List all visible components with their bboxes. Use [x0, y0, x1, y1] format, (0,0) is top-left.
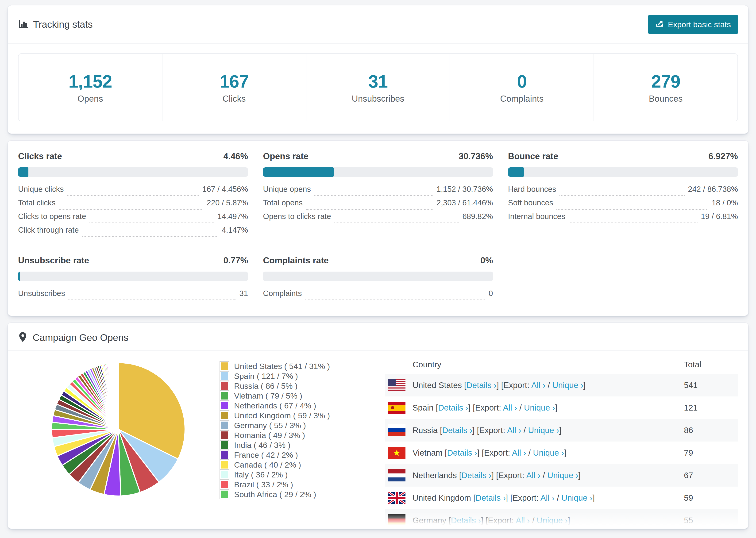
rate-value: 0.77% — [223, 256, 248, 265]
legend-item-india[interactable]: India ( 46 / 3% ) — [220, 440, 354, 450]
legend-item-south-africa[interactable]: South Africa ( 29 / 2% ) — [220, 489, 354, 499]
export-all-link-de[interactable]: All › — [516, 516, 530, 525]
rate-row: Opens to clicks rate689.82% — [263, 212, 493, 226]
page: Tracking stats Export basic stats 1,152O… — [0, 0, 756, 529]
legend-item-russia[interactable]: Russia ( 86 / 5% ) — [220, 381, 354, 391]
legend-label: Netherlands ( 67 / 4% ) — [234, 401, 316, 410]
dotted-leader — [89, 223, 214, 223]
export-all-link-gb[interactable]: All › — [540, 493, 555, 502]
rate-row-label: Unsubscribes — [18, 289, 65, 298]
legend-swatch — [220, 411, 229, 420]
rate-progress-fill — [263, 167, 334, 177]
geo-row-us: United States [Details ›] [Export: All ›… — [385, 374, 738, 397]
legend-item-united-states[interactable]: United States ( 541 / 31% ) — [220, 361, 354, 371]
total-cell: 121 — [684, 403, 738, 412]
geo-legend: United States ( 541 / 31% )Spain ( 121 /… — [220, 361, 354, 499]
country-cell-text: United Kingdom [Details ›] [Export: All … — [412, 493, 595, 503]
rate-row-value: 689.82% — [462, 212, 493, 221]
details-link-gb[interactable]: Details › — [475, 493, 506, 502]
rate-row-label: Unique opens — [263, 185, 311, 194]
country-cell: Russia [Details ›] [Export: All › / Uniq… — [385, 424, 684, 436]
stat-value: 0 — [517, 71, 527, 91]
legend-item-spain[interactable]: Spain ( 121 / 7% ) — [220, 371, 354, 381]
legend-item-netherlands[interactable]: Netherlands ( 67 / 4% ) — [220, 401, 354, 410]
legend-label: France ( 42 / 2% ) — [234, 451, 298, 459]
details-link-ru[interactable]: Details › — [442, 426, 472, 435]
rate-row-label: Opens to clicks rate — [263, 212, 331, 221]
details-link-vn[interactable]: Details › — [447, 448, 477, 457]
export-all-link-nl[interactable]: All › — [526, 471, 540, 480]
pie-slice-other — [118, 363, 118, 429]
rate-row-value: 18 / 0% — [712, 198, 738, 207]
total-cell: 79 — [684, 448, 738, 457]
legend-item-united-kingdom[interactable]: United Kingdom ( 59 / 3% ) — [220, 410, 354, 420]
legend-swatch — [220, 441, 229, 450]
details-link-de[interactable]: Details › — [451, 516, 481, 525]
stat-unsubscribes: 31Unsubscribes — [306, 54, 450, 121]
export-unique-link-de[interactable]: Unique › — [537, 516, 568, 525]
geo-pie-chart — [47, 354, 190, 506]
geo-table-body: United States [Details ›] [Export: All ›… — [385, 374, 738, 529]
details-link-us[interactable]: Details › — [466, 381, 497, 390]
rate-row-label: Soft bounces — [508, 198, 553, 207]
legend-swatch — [220, 480, 229, 489]
export-unique-link-us[interactable]: Unique › — [552, 381, 583, 390]
map-pin-icon — [18, 332, 27, 344]
legend-swatch — [220, 391, 229, 400]
export-unique-link-es[interactable]: Unique › — [524, 403, 555, 412]
rate-progress-bar — [263, 167, 493, 177]
legend-item-germany[interactable]: Germany ( 55 / 3% ) — [220, 420, 354, 430]
flag-vn-icon — [388, 447, 405, 459]
legend-item-italy[interactable]: Italy ( 36 / 2% ) — [220, 470, 354, 480]
rate-progress-bar — [18, 167, 248, 177]
legend-label: Vietnam ( 79 / 5% ) — [234, 391, 302, 401]
legend-label: Canada ( 40 / 2% ) — [234, 460, 301, 469]
rate-row: Soft bounces18 / 0% — [508, 198, 738, 212]
details-link-nl[interactable]: Details › — [461, 471, 491, 480]
legend-label: Brazil ( 33 / 2% ) — [234, 480, 293, 489]
export-unique-link-gb[interactable]: Unique › — [561, 493, 592, 502]
details-link-es[interactable]: Details › — [438, 403, 468, 412]
legend-swatch — [220, 490, 229, 499]
legend-swatch — [220, 460, 229, 469]
legend-item-romania[interactable]: Romania ( 49 / 3% ) — [220, 430, 354, 440]
dotted-leader — [68, 299, 236, 300]
export-all-link-ru[interactable]: All › — [507, 426, 521, 435]
rate-row: Internal bounces19 / 6.81% — [508, 212, 738, 226]
rate-row-label: Total clicks — [18, 198, 56, 207]
legend-item-vietnam[interactable]: Vietnam ( 79 / 5% ) — [220, 391, 354, 401]
rate-progress-fill — [18, 167, 28, 177]
legend-swatch — [220, 362, 229, 371]
legend-item-france[interactable]: France ( 42 / 2% ) — [220, 450, 354, 460]
geo-row-vn: Vietnam [Details ›] [Export: All › / Uni… — [385, 442, 738, 464]
legend-label: Italy ( 36 / 2% ) — [234, 470, 288, 479]
stat-label: Unsubscribes — [352, 94, 404, 104]
export-unique-link-vn[interactable]: Unique › — [533, 448, 564, 457]
export-all-link-es[interactable]: All › — [503, 403, 517, 412]
export-all-link-vn[interactable]: All › — [512, 448, 526, 457]
geo-header: Campaign Geo Opens — [8, 323, 748, 351]
total-cell: 67 — [684, 471, 738, 480]
legend-item-brazil[interactable]: Brazil ( 33 / 2% ) — [220, 480, 354, 489]
country-cell: Germany [Details ›] [Export: All › / Uni… — [385, 514, 684, 526]
rate-row-value: 31 — [240, 289, 248, 298]
stat-bounces: 279Bounces — [594, 54, 737, 121]
export-all-link-us[interactable]: All › — [531, 381, 545, 390]
dotted-leader — [557, 209, 708, 210]
dotted-leader — [334, 223, 459, 223]
total-cell: 541 — [684, 381, 738, 390]
rate-title: Opens rate — [263, 151, 308, 161]
rate-header: Bounce rate6.927% — [508, 151, 738, 161]
rate-progress-bar — [508, 167, 738, 177]
flag-de-icon — [388, 514, 405, 526]
export-unique-link-ru[interactable]: Unique › — [528, 426, 559, 435]
legend-item-canada[interactable]: Canada ( 40 / 2% ) — [220, 460, 354, 470]
geo-content: United States ( 541 / 31% )Spain ( 121 /… — [8, 351, 748, 529]
export-unique-link-nl[interactable]: Unique › — [547, 471, 578, 480]
rate-row-label: Click through rate — [18, 226, 79, 235]
tracking-stats-card: Tracking stats Export basic stats 1,152O… — [8, 5, 748, 134]
geo-table-header: Country Total — [385, 355, 738, 374]
stat-label: Opens — [78, 94, 103, 104]
geo-row-de: Germany [Details ›] [Export: All › / Uni… — [385, 509, 738, 529]
export-basic-stats-button[interactable]: Export basic stats — [648, 15, 738, 34]
